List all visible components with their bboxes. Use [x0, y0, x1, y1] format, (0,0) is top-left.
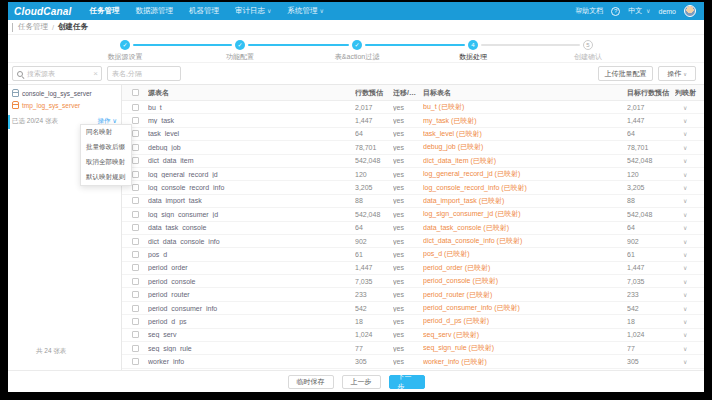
row-expand-icon[interactable]: ∨: [675, 331, 704, 338]
row-checkbox[interactable]: [132, 251, 139, 258]
source-db-item[interactable]: console_log_sys_server: [12, 89, 121, 97]
select-all-checkbox[interactable]: [132, 89, 139, 96]
target-db-item[interactable]: tmp_log_sys_server: [12, 101, 121, 109]
search-input[interactable]: 搜索源表 ×: [12, 66, 102, 81]
row-checkbox[interactable]: [132, 211, 139, 218]
language-selector[interactable]: 中文 ∨: [628, 6, 650, 16]
row-checkbox[interactable]: [132, 104, 139, 111]
row-expand-icon[interactable]: ∨: [675, 264, 704, 271]
table-row[interactable]: period_router233yesperiod_router (已映射)23…: [122, 288, 704, 301]
help-icon[interactable]: ?: [611, 7, 620, 16]
save-draft-button[interactable]: 临时保存: [288, 375, 334, 389]
step-line-2: [248, 44, 349, 46]
row-expand-icon[interactable]: ∨: [675, 291, 704, 298]
filter-input[interactable]: 表名,分隔: [107, 66, 181, 81]
row-checkbox[interactable]: [132, 197, 139, 204]
search-placeholder: 搜索源表: [27, 69, 55, 79]
row-expand-icon[interactable]: ∨: [675, 197, 704, 204]
prev-step-button[interactable]: 上一步: [342, 375, 381, 389]
table-row[interactable]: seq_serv1,024yesseq_serv (已映射)1,024∨: [122, 329, 704, 342]
row-checkbox[interactable]: [132, 278, 139, 285]
table-row[interactable]: worker_info305yesworker_info (已映射)305∨: [122, 355, 704, 368]
avatar[interactable]: [684, 5, 696, 17]
row-expand-icon[interactable]: ∨: [675, 318, 704, 325]
row-checkbox[interactable]: [132, 238, 139, 245]
db-menu-item-2[interactable]: 批量修改后缀: [81, 140, 131, 155]
source-rows-estimate: 1,024: [355, 331, 393, 338]
row-expand-icon[interactable]: ∨: [675, 184, 704, 191]
row-checkbox[interactable]: [132, 318, 139, 325]
upload-batch-button[interactable]: 上传批量配置: [598, 66, 653, 81]
row-expand-icon[interactable]: ∨: [675, 211, 704, 218]
row-checkbox[interactable]: [132, 345, 139, 352]
table-row[interactable]: period_consumer_info542yesperiod_consume…: [122, 302, 704, 315]
row-expand-icon[interactable]: ∨: [675, 278, 704, 285]
col-source-table[interactable]: 源表名: [148, 88, 355, 98]
row-expand-icon[interactable]: ∨: [675, 104, 704, 111]
row-expand-icon[interactable]: ∨: [675, 345, 704, 352]
db-menu-item-1[interactable]: 同名映射: [81, 125, 131, 140]
row-checkbox[interactable]: [132, 331, 139, 338]
row-expand-icon[interactable]: ∨: [675, 224, 704, 231]
row-checkbox[interactable]: [132, 305, 139, 312]
table-row[interactable]: data_task_console64yesdata_task_console …: [122, 222, 704, 235]
row-checkbox[interactable]: [132, 224, 139, 231]
row-checkbox[interactable]: [132, 130, 139, 137]
table-row[interactable]: dict_data_console_info902yesdict_data_co…: [122, 235, 704, 248]
table-row[interactable]: log_sign_consumer_jd542,048yeslog_sign_c…: [122, 208, 704, 221]
table-row[interactable]: log_console_record_info3,205yeslog_conso…: [122, 181, 704, 194]
row-checkbox[interactable]: [132, 358, 139, 365]
db-actions-menu: 同名映射批量修改后缀取消全部映射默认映射规则: [80, 124, 132, 186]
db-menu-item-4[interactable]: 默认映射规则: [81, 170, 131, 185]
row-expand-icon[interactable]: ∨: [675, 157, 704, 164]
row-checkbox[interactable]: [132, 171, 139, 178]
row-expand-icon[interactable]: ∨: [675, 305, 704, 312]
table-row[interactable]: dict_data_item542,048yesdict_data_item (…: [122, 155, 704, 168]
table-row[interactable]: bu_t2,017yesbu_t (已映射)2,017∨: [122, 101, 704, 114]
table-row[interactable]: period_order1,447yesperiod_order (已映射)1,…: [122, 262, 704, 275]
row-expand-icon[interactable]: ∨: [675, 171, 704, 178]
source-rows-estimate: 18: [355, 318, 393, 325]
table-row[interactable]: log_general_record_jd120yeslog_general_r…: [122, 168, 704, 181]
table-row[interactable]: seq_sign_rule77yesseq_sign_rule (已映射)77∨: [122, 342, 704, 355]
more-actions-button[interactable]: 操作 ∨: [658, 66, 696, 81]
row-expand-icon[interactable]: ∨: [675, 117, 704, 124]
row-expand-icon[interactable]: ∨: [675, 251, 704, 258]
nav-item-数据源管理[interactable]: 数据源管理: [136, 6, 174, 16]
target-table-name: log_sign_consumer_jd (已映射): [423, 209, 627, 219]
row-checkbox[interactable]: [132, 157, 139, 164]
row-checkbox[interactable]: [132, 144, 139, 151]
nav-item-机器管理[interactable]: 机器管理: [189, 6, 219, 16]
table-row[interactable]: data_import_task88yesdata_import_task (已…: [122, 195, 704, 208]
table-row[interactable]: my_task1,447yesmy_task (已映射)1,447∨: [122, 114, 704, 127]
breadcrumb-parent[interactable]: 任务管理: [18, 22, 48, 32]
nav-item-审计日志[interactable]: 审计日志∨: [235, 6, 271, 16]
row-checkbox[interactable]: [132, 291, 139, 298]
table-row[interactable]: pos_d61yespos_d (已映射)61∨: [122, 248, 704, 261]
source-table-name: log_general_record_jd: [148, 171, 355, 178]
row-checkbox[interactable]: [132, 117, 139, 124]
row-checkbox[interactable]: [132, 184, 139, 191]
row-expand-icon[interactable]: ∨: [675, 130, 704, 137]
target-table-name: data_task_console (已映射): [423, 223, 627, 233]
target-table-name: period_router (已映射): [423, 290, 627, 300]
row-checkbox[interactable]: [132, 264, 139, 271]
next-step-button[interactable]: 下一步: [389, 375, 425, 389]
language-label: 中文: [628, 7, 642, 14]
table-row[interactable]: period_d_ps18yesperiod_d_ps (已映射)18∨: [122, 315, 704, 328]
table-row[interactable]: task_level64yestask_level (已映射)64∨: [122, 128, 704, 141]
target-rows-estimate: 64: [627, 224, 675, 231]
table-row[interactable]: period_console7,035yesperiod_console (已映…: [122, 275, 704, 288]
row-expand-icon[interactable]: ∨: [675, 358, 704, 365]
target-table-name: dict_data_item (已映射): [423, 156, 627, 166]
target-table-name: bu_t (已映射): [423, 102, 627, 112]
table-row[interactable]: debug_job78,701yesdebug_job (已映射)78,701∨: [122, 141, 704, 154]
row-expand-icon[interactable]: ∨: [675, 144, 704, 151]
nav-item-任务管理[interactable]: 任务管理: [90, 6, 120, 16]
db-menu-item-3[interactable]: 取消全部映射: [81, 155, 131, 170]
clear-icon[interactable]: ×: [93, 69, 98, 78]
row-expand-icon[interactable]: ∨: [675, 238, 704, 245]
source-rows-estimate: 120: [355, 171, 393, 178]
nav-item-系统管理[interactable]: 系统管理∨: [287, 6, 323, 16]
docs-link[interactable]: 帮助文档: [575, 6, 603, 16]
